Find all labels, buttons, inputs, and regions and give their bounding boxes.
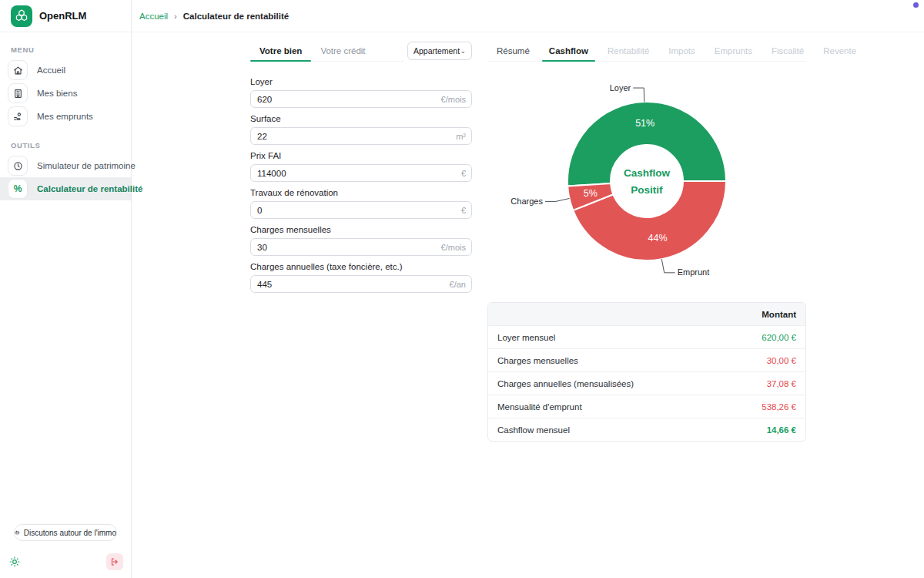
field-label: Travaux de rénovation xyxy=(250,188,472,199)
table-value: 538,26 € xyxy=(762,402,796,412)
history-clock-icon xyxy=(8,156,28,176)
discord-icon xyxy=(15,528,20,537)
slice-outside-label: Emprunt xyxy=(678,267,710,277)
logout-icon[interactable] xyxy=(106,553,123,570)
donut-center-text-line1: Cashflow xyxy=(624,167,671,179)
charges-annuelles-input[interactable] xyxy=(250,275,472,293)
field-surface: Surface m² xyxy=(250,114,472,145)
tab-rentabilite[interactable]: Rentabilité xyxy=(601,43,656,61)
theme-toggle-sun-icon[interactable] xyxy=(8,555,22,569)
sidebar-header: OpenRLM xyxy=(0,0,131,32)
building-icon xyxy=(8,83,28,103)
sidebar-item-simulateur-de-patrimoine[interactable]: Simulateur de patrimoine xyxy=(0,154,131,177)
field-charges-mensuelles: Charges mensuelles €/mois xyxy=(250,225,472,256)
tab-revente[interactable]: Revente xyxy=(816,43,863,61)
table-row: Cashflow mensuel 14,66 € xyxy=(488,418,805,441)
breadcrumb-home-link[interactable]: Accueil xyxy=(139,12,168,21)
page: OpenRLM MENU Accueil Mes biens Mes empru… xyxy=(0,0,924,578)
travaux-input[interactable] xyxy=(250,201,472,219)
sidebar-item-accueil[interactable]: Accueil xyxy=(0,59,131,82)
table-value: 620,00 € xyxy=(762,333,796,342)
chevron-right-icon: › xyxy=(174,12,177,21)
home-icon xyxy=(8,60,28,80)
sidebar-bottom: Discutons autour de l'immo xyxy=(0,524,131,578)
form-tabs: Votre bien Votre crédit xyxy=(250,43,404,62)
sidebar-item-label: Accueil xyxy=(37,66,65,75)
slice-outside-label: Loyer xyxy=(610,83,631,92)
slice-percent-label: 51% xyxy=(635,118,654,129)
prix-fai-input[interactable] xyxy=(250,164,472,182)
hexagon-cluster-icon xyxy=(13,8,30,25)
cashflow-table: Montant Loyer mensuel 620,00 € Charges m… xyxy=(487,302,806,442)
app-logo xyxy=(11,5,32,27)
sidebar-item-calculateur-de-rentabilite[interactable]: % Calculateur de rentabilité xyxy=(0,177,131,200)
sidebar: OpenRLM MENU Accueil Mes biens Mes empru… xyxy=(0,0,132,578)
results-tabs: Résumé Cashflow Rentabilité Impots Empru… xyxy=(487,43,806,62)
field-prix-fai: Prix FAI € xyxy=(250,151,472,182)
tab-impots[interactable]: Impots xyxy=(661,43,702,61)
hand-coin-icon xyxy=(8,106,28,126)
field-label: Loyer xyxy=(250,77,472,88)
percent-icon: % xyxy=(8,179,28,199)
table-value: 14,66 € xyxy=(767,425,796,435)
tab-votre-bien[interactable]: Votre bien xyxy=(250,43,311,61)
field-label: Charges mensuelles xyxy=(250,225,472,236)
menu-section-label: MENU xyxy=(0,32,131,59)
table-row: Charges mensuelles 30,00 € xyxy=(488,348,805,371)
table-row: Charges annuelles (mensualisées) 37,08 € xyxy=(488,371,805,395)
chevron-down-icon: ⌄ xyxy=(460,47,466,55)
breadcrumb-current: Calculateur de rentabilité xyxy=(183,12,289,21)
main-area: Accueil › Calculateur de rentabilité Vot… xyxy=(132,0,924,578)
table-row: Loyer mensuel 620,00 € xyxy=(488,325,805,348)
property-form-panel: Votre bien Votre crédit Appartement ⌄ Lo… xyxy=(250,43,472,299)
loyer-input[interactable] xyxy=(250,90,472,108)
tab-emprunts[interactable]: Emprunts xyxy=(708,43,759,61)
content: Votre bien Votre crédit Appartement ⌄ Lo… xyxy=(132,32,924,578)
sidebar-item-label: Simulateur de patrimoine xyxy=(37,161,136,170)
table-row: Mensualité d'emprunt 538,26 € xyxy=(488,395,805,418)
donut-center-text-line2: Positif xyxy=(631,184,663,196)
charges-mensuelles-input[interactable] xyxy=(250,238,472,256)
form-fields: Loyer €/mois Surface m² Prix FAI € Trava… xyxy=(250,77,472,293)
table-value: 37,08 € xyxy=(767,379,796,388)
surface-input[interactable] xyxy=(250,127,472,145)
field-label: Charges annuelles (taxe foncière, etc.) xyxy=(250,262,472,273)
field-charges-annuelles: Charges annuelles (taxe foncière, etc.) … xyxy=(250,262,472,293)
field-label: Surface xyxy=(250,114,472,125)
cashflow-donut-chart: 51%Loyer44%Emprunt5%ChargesCashflowPosit… xyxy=(487,68,806,299)
slice-percent-label: 44% xyxy=(648,233,668,244)
tab-votre-credit[interactable]: Votre crédit xyxy=(311,43,374,61)
slice-percent-label: 5% xyxy=(584,188,598,199)
sidebar-item-mes-emprunts[interactable]: Mes emprunts xyxy=(0,105,131,128)
chat-button[interactable]: Discutons autour de l'immo xyxy=(14,524,117,541)
app-title: OpenRLM xyxy=(39,10,86,22)
chat-button-label: Discutons autour de l'immo xyxy=(24,529,116,537)
sidebar-item-label: Mes biens xyxy=(37,89,77,98)
sidebar-item-mes-biens[interactable]: Mes biens xyxy=(0,82,131,105)
results-panel: Résumé Cashflow Rentabilité Impots Empru… xyxy=(487,43,806,62)
slice-outside-label: Charges xyxy=(511,197,543,206)
field-loyer: Loyer €/mois xyxy=(250,77,472,108)
tab-cashflow[interactable]: Cashflow xyxy=(542,43,595,61)
tab-fiscalite[interactable]: Fiscalité xyxy=(765,43,811,61)
breadcrumb: Accueil › Calculateur de rentabilité xyxy=(132,0,924,32)
table-header-montant: Montant xyxy=(488,303,805,325)
property-type-select[interactable]: Appartement ⌄ xyxy=(407,42,472,60)
field-label: Prix FAI xyxy=(250,151,472,162)
tools-section-label: OUTILS xyxy=(0,128,131,154)
field-travaux: Travaux de rénovation € xyxy=(250,188,472,219)
leader-line xyxy=(661,259,675,273)
leader-line xyxy=(633,88,644,102)
sidebar-item-label: Mes emprunts xyxy=(37,112,93,121)
property-type-value: Appartement xyxy=(413,46,460,55)
table-value: 30,00 € xyxy=(767,356,796,365)
tab-resume[interactable]: Résumé xyxy=(490,43,537,61)
browser-extension-dot xyxy=(913,2,919,8)
leader-line xyxy=(545,198,570,201)
sidebar-item-label: Calculateur de rentabilité xyxy=(37,184,142,193)
